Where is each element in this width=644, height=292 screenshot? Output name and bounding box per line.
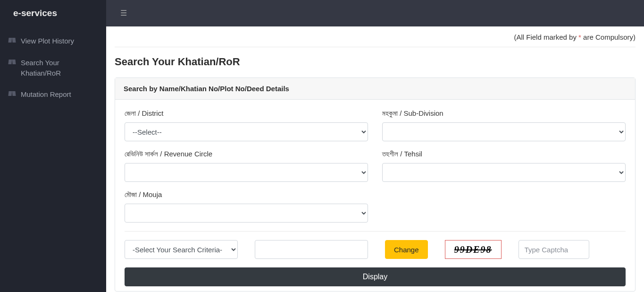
book-icon [8,91,16,97]
mouja-label: মৌজা / Mouja [125,190,368,199]
sidebar-item-label: View Plot History [21,36,74,46]
tehsil-label: তহশীল / Tehsil [382,150,626,158]
compulsory-prefix: (All Field marked by [514,33,578,41]
main-content: (All Field marked by * are Compulsory) S… [106,26,644,292]
district-select[interactable]: --Select-- [125,122,368,141]
brand-text: e-services [13,8,57,18]
subdivision-select[interactable] [382,122,626,141]
menu-toggle-icon[interactable]: ☰ [120,9,127,17]
page-title: Search Your Khatian/RoR [115,56,636,68]
sidebar-item-mutation-report[interactable]: Mutation Report [0,84,106,105]
change-button[interactable]: Change [385,240,428,259]
panel-header: Search by Name/Khatian No/Plot No/Deed D… [115,78,635,100]
sidebar: View Plot History Search Your Khatian/Ro… [0,26,106,292]
tehsil-select[interactable] [382,163,626,182]
brand: e-services [0,0,106,26]
compulsory-note: (All Field marked by * are Compulsory) [115,33,636,47]
sidebar-item-view-plot-history[interactable]: View Plot History [0,30,106,52]
captcha-image: 99DE98 [445,240,502,259]
subdivision-label: মহকুমা / Sub-Division [382,109,626,118]
search-value-input[interactable] [255,240,368,259]
district-label: জেলা / District [125,109,368,118]
top-bar: e-services ☰ [0,0,644,26]
panel-body: জেলা / District --Select-- মহকুমা / Sub-… [115,100,635,291]
revenue-circle-label: রেভিনিউ সার্কল / Revenue Circle [125,150,368,158]
book-icon [8,38,16,43]
sidebar-item-label: Search Your Khatian/RoR [21,58,98,78]
compulsory-suffix: are Compulsory) [581,33,636,41]
search-criteria-select[interactable]: -Select Your Search Criteria- [125,240,238,259]
sidebar-item-search-khatian[interactable]: Search Your Khatian/RoR [0,52,106,84]
mouja-select[interactable] [125,204,368,223]
divider [125,231,626,232]
book-icon [8,60,16,65]
captcha-input[interactable] [519,240,589,259]
sidebar-item-label: Mutation Report [21,89,71,100]
display-button[interactable]: Display [125,267,626,286]
revenue-circle-select[interactable] [125,163,368,182]
search-panel: Search by Name/Khatian No/Plot No/Deed D… [115,77,636,292]
